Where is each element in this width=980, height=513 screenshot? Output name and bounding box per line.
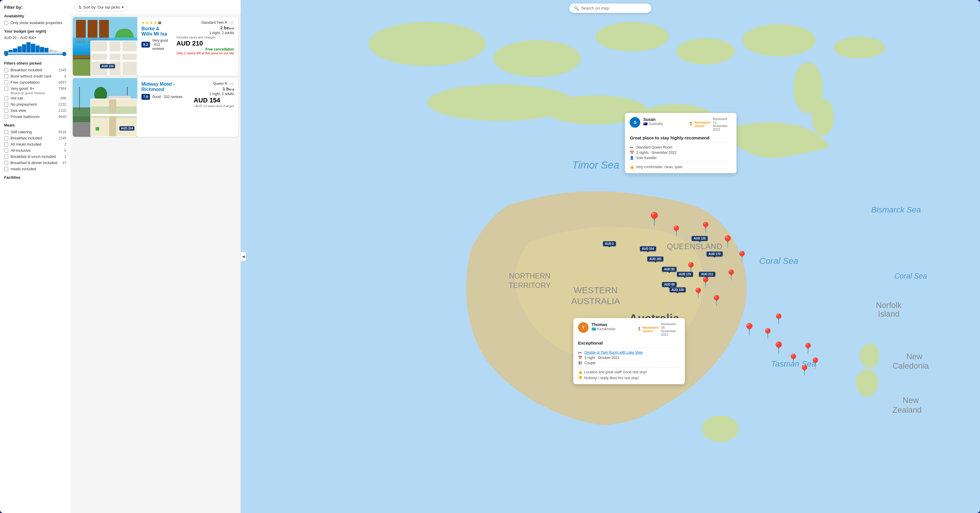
listing-name-2[interactable]: Midway Motel - Richmond — [142, 81, 185, 92]
filter-no-credit-count: 8 — [64, 74, 66, 78]
heart-button-1[interactable]: ♡ — [227, 19, 236, 28]
filter-breakfast-count: 1545 — [58, 68, 66, 72]
listing-name-1[interactable]: Burke & Wills Mt Isa — [142, 26, 168, 37]
sort-button[interactable]: ⇅ Sort by: Our top picks ▾ — [75, 3, 127, 11]
price-pin-170[interactable]: AUD 170 — [706, 252, 723, 256]
price-pin-154[interactable]: AUD 154 — [640, 246, 656, 251]
map-search-input[interactable] — [581, 6, 640, 11]
filter-bl-checkbox[interactable] — [4, 155, 8, 159]
budget-slider-container — [4, 42, 66, 57]
filter-meals-breakfast-checkbox[interactable] — [4, 136, 8, 140]
filter-meals-included-row: meals included — [4, 167, 66, 171]
price-pin-165[interactable]: AUD 165 — [647, 256, 663, 261]
filter-bd-checkbox[interactable] — [4, 161, 8, 165]
filter-free-cancel-count: 6867 — [58, 80, 66, 84]
filter-self-cater-checkbox[interactable] — [4, 130, 8, 134]
filter-bd-label: Breakfast & dinner included — [11, 161, 60, 165]
listing-image-1: AUD 210 — [73, 17, 137, 76]
review-1-meta-right: 🏅 Reviewers' choice Reviewed: 11 Novembe… — [689, 117, 732, 132]
svg-point-6 — [834, 37, 885, 59]
availability-label: Only show available properties — [11, 21, 66, 25]
filter-very-good-checkbox[interactable] — [4, 86, 8, 91]
sort-chevron-icon: ▾ — [122, 5, 124, 10]
availability-checkbox[interactable] — [4, 21, 8, 25]
review-popup-1: S Susan 🇦🇺 Australia 🏅 Reviewers' choice — [625, 113, 737, 173]
review-1-meta: 🏅 Reviewers' choice Reviewed: 11 Novembe… — [689, 117, 732, 131]
svg-text:📍: 📍 — [710, 294, 723, 307]
svg-text:New: New — [902, 396, 919, 405]
map-pin-price-2: AUD 154 — [119, 126, 134, 131]
filter-bl-label: Breakfast & lunch included — [11, 155, 62, 159]
filter-no-credit-checkbox[interactable] — [4, 74, 8, 78]
filter-all-meals-row: All meals included 2 — [4, 142, 66, 147]
price-pin-179[interactable]: AUD 179 — [677, 272, 693, 277]
svg-point-5 — [742, 24, 815, 56]
star-flag: 🏛 — [158, 21, 162, 25]
availability-title: Availability — [4, 14, 66, 18]
filter-sea-view-checkbox[interactable] — [4, 108, 8, 113]
filter-very-good-label: Very good: 8+ — [11, 86, 56, 91]
star-3: ★ — [150, 21, 153, 25]
price-pin-149[interactable]: AUD 149 — [670, 287, 686, 292]
filter-hottub-label: Hot tub — [11, 96, 58, 100]
listings-panel: ⇅ Sort by: Our top picks ▾ — [70, 0, 240, 513]
review-2-positive: 👍 Location and great staff! Good rest st… — [578, 370, 680, 374]
filter-breakfast-checkbox[interactable] — [4, 68, 8, 72]
person-icon: 👤 — [630, 156, 634, 160]
review-1-nights-row: 📅 2 nights · November 2022 — [630, 151, 732, 155]
score-row-1: 8.2 Very good · 613 reviews — [142, 38, 168, 51]
svg-text:Caledonia: Caledonia — [892, 361, 929, 370]
review-2-meta-right: 🏅 Reviewers' choice Reviewed: 26 Novembe… — [637, 322, 680, 338]
filter-all-meals-checkbox[interactable] — [4, 142, 8, 147]
price-pin-211[interactable]: AUD 211 — [699, 272, 715, 277]
map-collapse-button[interactable]: ◀ — [240, 252, 246, 261]
filter-heading: Filter by: — [4, 5, 66, 10]
filter-all-inclusive-count: 6 — [64, 148, 66, 153]
reviewer-1-name: Susan — [643, 117, 686, 122]
review-2-header: T Thomas 🇰🇿 Kazakhstan 🏅 Reviewers' choi… — [578, 322, 680, 338]
filter-hottub-checkbox[interactable] — [4, 96, 8, 100]
svg-text:Zealand: Zealand — [892, 405, 922, 414]
review-2-nights-row: 📅 1 night · October 2021 — [578, 356, 680, 360]
reviewer-2-name: Thomas — [592, 322, 634, 327]
price-pin-90[interactable]: AUD 90 — [662, 267, 677, 272]
map-pin-price-1: AUD 210 — [100, 64, 115, 69]
filter-all-inclusive-checkbox[interactable] — [4, 148, 8, 153]
filter-no-prepay-checkbox[interactable] — [4, 102, 8, 107]
svg-text:📍: 📍 — [809, 357, 822, 369]
facilities-title: Facilities — [4, 175, 66, 180]
filter-meals-included-checkbox[interactable] — [4, 167, 8, 171]
price-pin-1[interactable]: AUD 2 — [603, 241, 616, 246]
filter-meals-breakfast-count: 1545 — [58, 136, 66, 140]
budget-slider-min[interactable] — [4, 52, 8, 56]
svg-text:📍: 📍 — [787, 353, 800, 365]
svg-text:📍: 📍 — [742, 322, 757, 336]
heart-button-2[interactable]: ♡ — [227, 80, 236, 89]
review-2-room-link[interactable]: Double or Twin Room with Lake View — [584, 350, 643, 355]
svg-text:📍: 📍 — [646, 211, 663, 227]
budget-histogram — [4, 42, 66, 53]
review-1-traveller-row: 👤 Solo traveller — [630, 156, 732, 160]
filter-all-inclusive-row: All-inclusive 6 — [4, 148, 66, 153]
review-2-details: 🛏 Double or Twin Room with Lake View 📅 1… — [578, 350, 680, 365]
filter-hottub-count: 896 — [60, 96, 66, 100]
sort-bar: ⇅ Sort by: Our top picks ▾ — [70, 0, 240, 15]
filter-no-credit-row: Book without credit card 8 — [4, 74, 66, 78]
price-pin-99[interactable]: AUD 99 — [662, 282, 677, 287]
filter-free-cancel-checkbox[interactable] — [4, 80, 8, 84]
main-container: Filter by: Availability Only show availa… — [0, 0, 980, 513]
svg-text:NORTHERN: NORTHERN — [509, 272, 550, 280]
budget-slider-max[interactable] — [62, 52, 66, 56]
sort-icon: ⇅ — [78, 5, 81, 10]
svg-text:Coral Sea: Coral Sea — [759, 256, 799, 266]
search-icon: 🔍 — [574, 6, 579, 11]
review-2-date: Reviewed: 26 November 2021 — [661, 322, 680, 336]
price-pin-135[interactable]: AUD 135 — [692, 236, 708, 241]
budget-slider-track[interactable] — [4, 54, 66, 54]
calendar-icon: 📅 — [630, 151, 634, 155]
filter-private-bath-checkbox[interactable] — [4, 115, 8, 119]
filter-bd-row: Breakfast & dinner included 47 — [4, 161, 66, 165]
listing-right-1: ♡ Standard Twin Room 2 beds 1 night, 2 a… — [172, 17, 238, 76]
calendar-2-icon: 📅 — [578, 356, 583, 360]
reviewer-2-avatar: T — [578, 322, 589, 333]
